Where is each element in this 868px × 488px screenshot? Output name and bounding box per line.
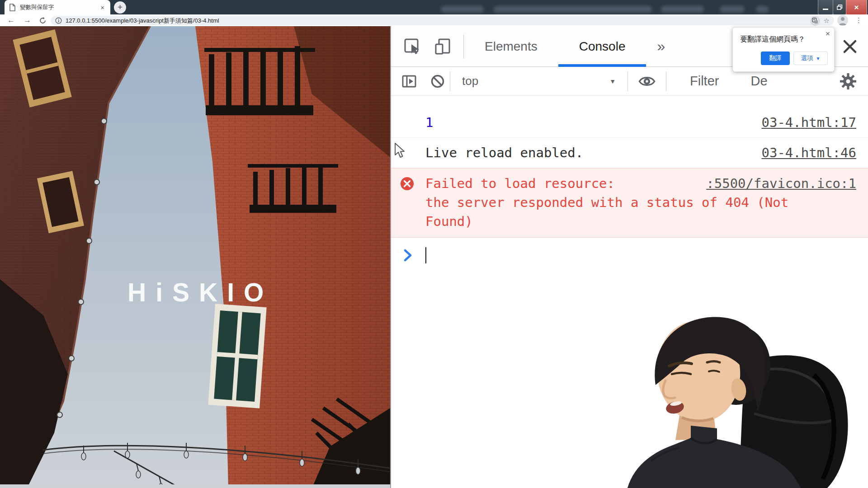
- error-text-continued: the server responded with a status of 40…: [425, 193, 814, 231]
- blurred-titlebar-text: [441, 6, 484, 13]
- divider: [666, 71, 666, 91]
- back-icon[interactable]: ←: [7, 14, 15, 26]
- error-icon: [400, 177, 414, 191]
- settings-gear-icon[interactable]: [839, 72, 857, 90]
- context-label: top: [462, 74, 609, 88]
- hero-photo: [0, 26, 390, 488]
- console-log-row[interactable]: 1 03-4.html:17: [391, 96, 868, 138]
- page-bottom-strip: [0, 484, 390, 488]
- window-titlebar: 變數與保留字 × + ×: [0, 0, 868, 14]
- translate-button[interactable]: 翻譯: [761, 52, 790, 65]
- clear-console-icon[interactable]: [430, 74, 445, 89]
- tab-close-icon[interactable]: ×: [99, 4, 106, 11]
- new-tab-button[interactable]: +: [114, 1, 126, 14]
- text-caret: [425, 247, 426, 263]
- window-controls: ×: [818, 0, 867, 15]
- chevron-down-icon: ▼: [816, 56, 821, 61]
- window: [208, 304, 266, 408]
- translate-page-button[interactable]: [810, 16, 820, 26]
- blurred-titlebar-text: [661, 6, 704, 13]
- forward-icon[interactable]: →: [24, 14, 31, 26]
- maximize-button[interactable]: [833, 0, 846, 15]
- live-expression-eye-icon[interactable]: [638, 75, 656, 88]
- url-text[interactable]: 127.0.0.1:5500/example/03-javascript新手須知…: [66, 17, 810, 25]
- avatar-icon: [837, 15, 848, 26]
- console-messages: 1 03-4.html:17 Live reload enabled. 03-4…: [391, 96, 868, 268]
- console-error-row[interactable]: Failed to load resource: :5500/favicon.i…: [391, 168, 868, 238]
- reload-icon[interactable]: [39, 17, 47, 24]
- devtools-panel: Elements Console »: [390, 26, 868, 488]
- webpage-viewport: HiSKIO: [0, 26, 390, 488]
- prompt-chevron-icon: [403, 249, 413, 262]
- close-window-button[interactable]: ×: [846, 0, 867, 15]
- page-favicon-icon: [9, 4, 16, 11]
- translate-popup: 要翻譯這個網頁嗎？ × 翻譯 選項 ▼: [732, 27, 835, 72]
- translate-options-button[interactable]: 選項 ▼: [793, 52, 828, 65]
- blurred-titlebar-text: [494, 6, 652, 13]
- screen: 變數與保留字 × + × ← →: [0, 0, 868, 488]
- address-bar[interactable]: 127.0.0.1:5500/example/03-javascript新手須知…: [51, 16, 834, 25]
- filter-label[interactable]: Filter: [690, 74, 719, 89]
- console-prompt-row[interactable]: [391, 238, 868, 268]
- tab-title: 變數與保留字: [20, 4, 99, 11]
- options-label: 選項: [801, 54, 813, 62]
- bookmark-star-icon[interactable]: ☆: [824, 17, 830, 24]
- javascript-context-select[interactable]: top ▼: [462, 74, 616, 88]
- translate-icon: [812, 18, 818, 24]
- blurred-titlebar-text: [720, 6, 745, 13]
- source-link[interactable]: 03-4.html:17: [761, 113, 856, 132]
- translate-popup-title: 要翻譯這個網頁嗎？: [740, 35, 828, 44]
- device-toolbar-icon[interactable]: [434, 38, 452, 55]
- blurred-titlebar-text: [756, 6, 769, 13]
- minimize-button[interactable]: [818, 0, 833, 15]
- site-info-icon[interactable]: [55, 17, 62, 24]
- close-devtools-icon[interactable]: [842, 38, 858, 55]
- console-sidebar-icon[interactable]: [401, 73, 417, 89]
- log-text: Live reload enabled.: [425, 143, 752, 162]
- log-levels-label[interactable]: De: [750, 74, 767, 89]
- divider: [627, 71, 628, 91]
- maximize-icon: [837, 5, 843, 10]
- tab-console[interactable]: Console: [558, 26, 646, 67]
- webcam-overlay: [624, 307, 868, 488]
- browser-tab[interactable]: 變數與保留字 ×: [5, 0, 110, 14]
- hero-logo-text: HiSKIO: [127, 277, 273, 307]
- error-source-link[interactable]: :5500/favicon.ico:1: [706, 174, 856, 193]
- log-value: 1: [425, 113, 752, 132]
- browser-menu-icon[interactable]: ⋮: [855, 14, 862, 26]
- minimize-icon: [823, 9, 828, 10]
- console-log-row[interactable]: Live reload enabled. 03-4.html:46: [391, 138, 868, 168]
- content-area: HiSKIO Elements Console »: [0, 26, 868, 488]
- mouse-cursor: [394, 142, 405, 159]
- source-link[interactable]: 03-4.html:46: [761, 143, 856, 162]
- more-tabs-icon[interactable]: »: [657, 38, 665, 55]
- tab-elements[interactable]: Elements: [464, 26, 558, 67]
- inspect-element-icon[interactable]: [404, 38, 421, 55]
- browser-toolbar: ← → 127.0.0.1:5500/example/03-javascript…: [0, 14, 868, 26]
- profile-avatar[interactable]: [837, 15, 848, 26]
- error-text: Failed to load resource:: [425, 174, 623, 193]
- close-icon: ×: [854, 4, 859, 11]
- popup-close-icon[interactable]: ×: [826, 30, 830, 38]
- divider: [450, 71, 450, 91]
- chevron-down-icon: ▼: [609, 78, 616, 85]
